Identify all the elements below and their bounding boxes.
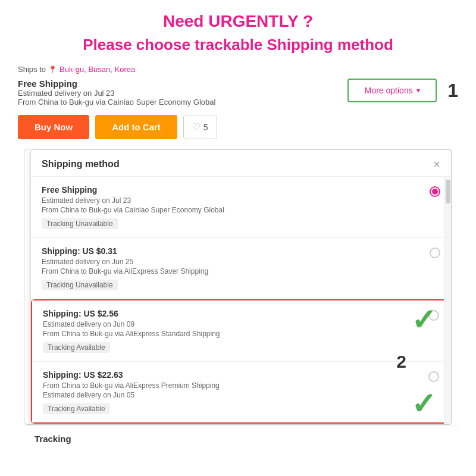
shipping-option-3-est: Estimated delivery on Jun 09 <box>43 320 428 328</box>
wishlist-count: 5 <box>203 123 208 132</box>
shipping-option-1-info: Free Shipping Estimated delivery on Jul … <box>42 185 430 229</box>
more-options-button[interactable]: More options ▾ <box>347 79 437 102</box>
shipping-option-3-tracking: Tracking Available <box>43 342 110 353</box>
buy-now-button[interactable]: Buy Now <box>18 115 89 139</box>
shipping-option-1-title: Free Shipping <box>42 185 430 195</box>
ships-to: Ships to 📍 Buk-gu, Busan, Korea <box>18 65 458 74</box>
shipping-option-1[interactable]: Free Shipping Estimated delivery on Jul … <box>31 177 451 238</box>
shipping-option-4-title: Shipping: US $22.63 <box>43 370 428 380</box>
wishlist-button[interactable]: ♡ 5 <box>183 115 217 139</box>
shipping-option-4[interactable]: Shipping: US $22.63 From China to Buk-gu… <box>32 362 450 422</box>
headline1-suffix: ? <box>298 12 313 30</box>
trackable-section-wrapper: Shipping: US $2.56 Estimated delivery on… <box>31 299 451 424</box>
shipping-option-4-est: Estimated delivery on Jun 05 <box>43 391 428 399</box>
scrollbar-track <box>444 177 451 424</box>
shipping-option-2-radio[interactable] <box>430 248 440 258</box>
shipping-option-2-tracking: Tracking Unavailable <box>42 280 118 290</box>
button-row: Buy Now Add to Cart ♡ 5 <box>18 115 458 139</box>
shipping-option-2-info: Shipping: US $0.31 Estimated delivery on… <box>42 246 430 290</box>
shipping-option-2[interactable]: Shipping: US $0.31 Estimated delivery on… <box>31 238 451 299</box>
chevron-down-icon: ▾ <box>416 86 420 95</box>
more-options-label: More options <box>365 86 413 95</box>
headline1: Need URGENTLY ? <box>18 12 458 31</box>
step1-label: 1 <box>447 80 458 102</box>
shipping-option-4-tracking: Tracking Available <box>43 403 110 414</box>
shipping-option-3-info: Shipping: US $2.56 Estimated delivery on… <box>43 309 428 353</box>
shipping-option-2-est: Estimated delivery on Jun 25 <box>42 258 430 266</box>
shipping-option-4-from: From China to Buk-gu via AliExpress Prem… <box>43 381 428 390</box>
product-shipping-info: Free Shipping Estimated delivery on Jul … <box>18 79 347 107</box>
bottom-tracking-section: Tracking <box>24 425 458 444</box>
shipping-modal-header: Shipping method × <box>31 150 451 177</box>
headline2: Please choose trackable Shipping method <box>18 36 458 54</box>
add-to-cart-button[interactable]: Add to Cart <box>95 115 177 139</box>
product-shipping-title: Free Shipping <box>18 79 347 89</box>
shipping-option-2-from: From China to Buk-gu via AliExpress Save… <box>42 267 430 275</box>
product-shipping-est-delivery: Estimated delivery on Jul 23 <box>18 89 347 98</box>
shipping-modal-body[interactable]: Free Shipping Estimated delivery on Jul … <box>31 177 451 424</box>
shipping-option-1-est: Estimated delivery on Jul 23 <box>42 196 430 205</box>
bottom-tracking-label: Tracking <box>35 434 447 444</box>
shipping-option-2-title: Shipping: US $0.31 <box>42 246 430 256</box>
shipping-modal-inner: Shipping method × Free Shipping Estimate… <box>30 149 452 424</box>
shipping-option-3-title: Shipping: US $2.56 <box>43 309 428 318</box>
pin-icon: 📍 <box>48 65 57 74</box>
close-button[interactable]: × <box>433 158 440 170</box>
product-shipping-row: Free Shipping Estimated delivery on Jul … <box>18 79 458 107</box>
scrollbar-thumb[interactable] <box>446 180 450 203</box>
shipping-option-3-radio[interactable] <box>428 310 439 321</box>
shipping-option-1-radio[interactable] <box>430 186 440 197</box>
ships-to-label: Ships to <box>18 65 46 74</box>
shipping-option-3-from: From China to Buk-gu via AliExpress Stan… <box>43 330 428 338</box>
heart-icon: ♡ <box>192 121 201 133</box>
shipping-option-1-from: From China to Buk-gu via Cainiao Super E… <box>42 206 430 214</box>
page-wrapper: Need URGENTLY ? Please choose trackable … <box>0 0 476 456</box>
shipping-modal-title: Shipping method <box>42 159 120 170</box>
shipping-modal: Shipping method × Free Shipping Estimate… <box>24 149 452 425</box>
headline1-text: Need <box>163 12 208 30</box>
trackable-section: Shipping: US $2.56 Estimated delivery on… <box>31 299 451 424</box>
shipping-option-4-info: Shipping: US $22.63 From China to Buk-gu… <box>43 370 428 414</box>
shipping-option-3[interactable]: Shipping: US $2.56 Estimated delivery on… <box>32 300 450 362</box>
headline1-bold: URGENTLY <box>208 12 298 30</box>
product-shipping-from-info: From China to Buk-gu via Cainiao Super E… <box>18 98 347 107</box>
shipping-option-1-tracking: Tracking Unavailable <box>42 218 118 229</box>
shipping-option-4-radio[interactable] <box>428 371 439 382</box>
ships-to-location[interactable]: Buk-gu, Busan, Korea <box>60 65 135 74</box>
